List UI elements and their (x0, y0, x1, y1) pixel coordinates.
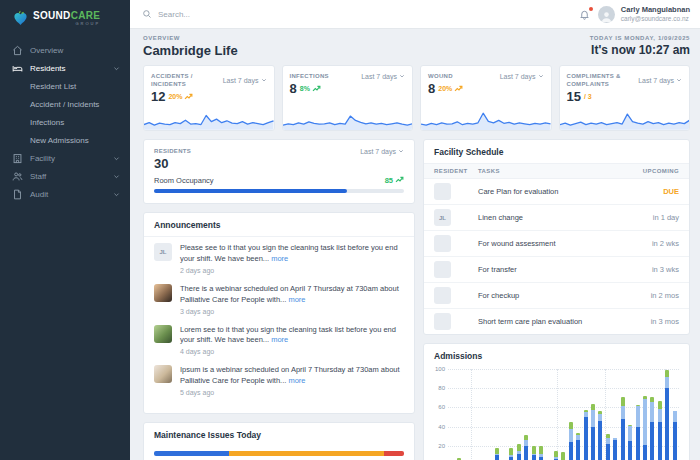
stat-sparkline (560, 104, 690, 130)
residents-card: RESIDENTS Last 7 days 30 Room Occupancy … (143, 139, 415, 204)
page-header: OVERVIEW Cambridge Life TODAY IS MONDAY,… (143, 35, 690, 58)
resident-cell (434, 261, 478, 278)
announcement-body: Lorem see to it that you sign the cleani… (180, 325, 404, 356)
admissions-bar (658, 401, 662, 460)
brand-name-primary: SOUND (33, 10, 71, 21)
period-dropdown[interactable]: Last 7 days (500, 72, 544, 80)
sidebar-item-infections[interactable]: Infections (0, 113, 130, 131)
sidebar-item-facility[interactable]: Facility (0, 149, 130, 167)
announcement-more-link[interactable]: more (271, 254, 288, 263)
sidebar-item-audit[interactable]: Audit (0, 185, 130, 203)
admissions-y-axis: 10080604020 (432, 369, 448, 460)
sidebar-item-staff[interactable]: Staff (0, 167, 130, 185)
announcement-more-link[interactable]: more (288, 376, 305, 385)
residents-count: 30 (154, 156, 404, 171)
schedule-table-header: RESIDENT TASKS UPCOMING (424, 164, 689, 179)
schedule-row[interactable]: For transferin 3 wks (424, 257, 689, 283)
announcement-avatar-photo (154, 365, 172, 383)
brand-subtitle: GROUP (33, 22, 100, 26)
user-name: Carly Mangulabnan (621, 5, 690, 14)
user-menu[interactable]: Carly Mangulabnan carly@soundcare.co.nz (598, 5, 690, 23)
topbar-right: Carly Mangulabnan carly@soundcare.co.nz (579, 5, 690, 23)
right-column: Facility Schedule RESIDENT TASKS UPCOMIN… (423, 139, 690, 460)
schedule-row[interactable]: JLLinen changein 1 day (424, 205, 689, 231)
stat-delta: / 3 (584, 93, 592, 100)
upcoming-label: in 3 mos (651, 317, 679, 326)
bar-segment-secondary (569, 429, 573, 442)
announcement-more-link[interactable]: more (288, 295, 305, 304)
stat-card-compliments-complaints: COMPLIMENTS & COMPLAINTS Last 7 days 15 … (559, 65, 691, 131)
sidebar-item-new-admissions[interactable]: New Admissions (0, 131, 130, 149)
admissions-bar (524, 435, 528, 460)
schedule-table-body: Care Plan for evaluationDUEJLLinen chang… (424, 179, 689, 334)
admissions-bar (509, 448, 513, 460)
task-label: For transfer (478, 265, 652, 274)
bar-segment-primary (643, 445, 647, 460)
announcement-body: Ipsum is a webinar scheduled on April 7 … (180, 365, 404, 396)
maintenance-stacked-bar (154, 451, 404, 456)
period-dropdown[interactable]: Last 7 days (361, 72, 405, 80)
user-meta: Carly Mangulabnan carly@soundcare.co.nz (621, 5, 690, 23)
bar-segment-tertiary (539, 446, 543, 455)
schedule-row[interactable]: For wound assessmentin 2 wks (424, 231, 689, 257)
sidebar-item-accident-incidents[interactable]: Accident / Incidents (0, 95, 130, 113)
residents-period-label: Last 7 days (360, 148, 396, 155)
upcoming-label: in 1 day (653, 213, 679, 222)
task-label: Care Plan for evaluation (478, 187, 663, 196)
admissions-card: Admissions 10080604020 (423, 343, 690, 460)
user-avatar (598, 6, 615, 23)
y-axis-tick-label: 20 (438, 443, 445, 449)
admissions-bar (613, 438, 617, 460)
bar-segment-tertiary (665, 370, 669, 377)
notification-dot (589, 7, 593, 11)
bar-segment-primary (524, 446, 528, 460)
announcement-more-link[interactable]: more (271, 335, 288, 344)
sidebar-item-label: Audit (30, 190, 48, 199)
bell-icon (579, 9, 590, 20)
schedule-row[interactable]: Care Plan for evaluationDUE (424, 179, 689, 205)
y-axis-tick-label: 80 (438, 385, 445, 391)
trend-up-icon (454, 85, 463, 92)
trend-up-icon (395, 176, 404, 183)
admissions-bar (606, 434, 610, 460)
resident-cell: JL (434, 209, 478, 226)
bar-segment-primary (584, 417, 588, 460)
maintenance-segment-pending (229, 451, 384, 456)
sidebar-item-label: New Admissions (30, 136, 89, 145)
time-label: It's now 10:27 am (590, 43, 690, 57)
sidebar-item-residents[interactable]: Residents (0, 59, 130, 77)
stat-delta: 20% (438, 85, 463, 92)
schedule-row[interactable]: For checkupin 2 mos (424, 283, 689, 309)
resident-avatar-photo (434, 183, 451, 200)
bar-segment-primary (628, 441, 632, 460)
y-axis-tick-label: 100 (435, 366, 445, 372)
resident-cell (434, 287, 478, 304)
stat-label: ACCIDENTS / INCIDENTS (151, 72, 219, 88)
stat-card-accidents-incidents: ACCIDENTS / INCIDENTS Last 7 days 12 20% (143, 65, 275, 131)
stat-label: INFECTIONS (290, 72, 329, 80)
chevron-down-icon (113, 155, 120, 162)
heart-logo-icon (12, 10, 29, 27)
task-label: Short term care plan evaluation (478, 317, 651, 326)
chevron-down-icon (676, 77, 682, 83)
search-input[interactable] (158, 10, 338, 19)
admissions-bar (584, 410, 588, 460)
residents-period-dropdown[interactable]: Last 7 days (360, 147, 404, 155)
notifications-button[interactable] (579, 9, 590, 20)
sidebar-item-overview[interactable]: Overview (0, 41, 130, 59)
period-dropdown[interactable]: Last 7 days (638, 72, 682, 88)
admissions-bar (591, 404, 595, 460)
sidebar-item-resident-list[interactable]: Resident List (0, 77, 130, 95)
stat-card-wound: WOUND Last 7 days 8 20% (420, 65, 552, 131)
stat-delta: 8% (300, 85, 321, 92)
announcement-timestamp: 4 days ago (180, 348, 404, 355)
bar-segment-secondary (665, 377, 669, 389)
schedule-row[interactable]: Short term care plan evaluationin 3 mos (424, 309, 689, 334)
date-label: TODAY IS MONDAY, 1/09/2025 (590, 35, 690, 41)
admissions-bar (539, 446, 543, 460)
document-icon (12, 189, 23, 200)
sidebar-item-label: Resident List (30, 82, 76, 91)
bar-segment-primary (598, 421, 602, 460)
brand-logo[interactable]: SOUNDCARE GROUP (0, 0, 130, 35)
period-dropdown[interactable]: Last 7 days (223, 72, 267, 88)
